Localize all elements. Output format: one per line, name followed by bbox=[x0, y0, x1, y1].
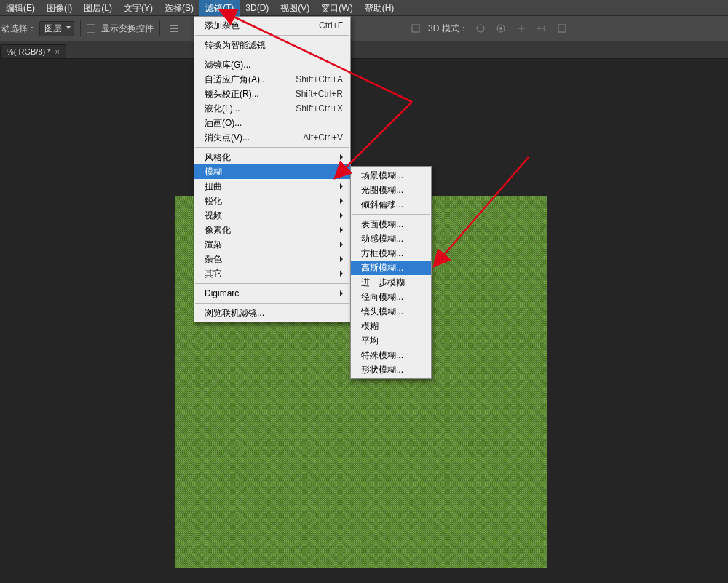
menu-convert-smart[interactable]: 转换为智能滤镜 bbox=[194, 38, 350, 52]
submenu-blur-more[interactable]: 进一步模糊 bbox=[351, 275, 431, 290]
menu-last-filter[interactable]: 添加杂色 Ctrl+F bbox=[194, 18, 350, 33]
menu-sharpen[interactable]: 锐化 bbox=[194, 194, 350, 208]
menu-render[interactable]: 渲染 bbox=[194, 237, 350, 252]
menu-item-label: 方框模糊... bbox=[361, 247, 403, 260]
svg-rect-2 bbox=[170, 31, 178, 32]
menu-layer[interactable]: 图层(L) bbox=[78, 0, 118, 16]
menu-select[interactable]: 选择(S) bbox=[159, 0, 199, 16]
menu-item-label: 径向模糊... bbox=[361, 291, 403, 304]
menu-oil-paint[interactable]: 油画(O)... bbox=[194, 116, 350, 130]
menu-image[interactable]: 图像(I) bbox=[41, 0, 78, 16]
document-tab[interactable]: %( RGB/8) * × bbox=[0, 44, 66, 58]
menu-item-shortcut: Shift+Ctrl+R bbox=[278, 89, 343, 99]
submenu-motion-blur[interactable]: 动感模糊... bbox=[351, 231, 431, 246]
mode3d-label: 3D 模式： bbox=[428, 23, 468, 35]
menu-other[interactable]: 其它 bbox=[194, 266, 350, 281]
toolbar-divider bbox=[159, 20, 160, 36]
menu-item-label: 液化(L)... bbox=[205, 103, 240, 115]
menu-item-label: 视频 bbox=[205, 210, 222, 222]
submenu-blur[interactable]: 模糊 bbox=[351, 319, 431, 333]
menu-liquify[interactable]: 液化(L)... Shift+Ctrl+X bbox=[194, 101, 350, 116]
align-icon[interactable] bbox=[166, 20, 182, 36]
menu-item-label: 光圈模糊... bbox=[361, 184, 403, 197]
document-tabbar: %( RGB/8) * × bbox=[0, 41, 728, 59]
menu-item-label: 像素化 bbox=[205, 224, 231, 237]
menu-item-label: 其它 bbox=[205, 268, 222, 280]
submenu-lens-blur[interactable]: 镜头模糊... bbox=[351, 304, 431, 319]
scale-icon[interactable] bbox=[554, 20, 570, 36]
menu-item-shortcut: Shift+Ctrl+A bbox=[278, 74, 343, 84]
menu-item-label: 油画(O)... bbox=[205, 117, 242, 130]
submenu-smart-blur[interactable]: 特殊模糊... bbox=[351, 348, 431, 362]
submenu-box-blur[interactable]: 方框模糊... bbox=[351, 246, 431, 261]
pan-icon[interactable] bbox=[513, 20, 529, 36]
menu-item-label: 特殊模糊... bbox=[361, 349, 403, 362]
menu-blur[interactable]: 模糊 bbox=[194, 164, 350, 179]
menu-view[interactable]: 视图(V) bbox=[274, 0, 315, 16]
blur-submenu: 场景模糊... 光圈模糊... 倾斜偏移... 表面模糊... 动感模糊... … bbox=[350, 166, 432, 379]
menu-item-label: 模糊 bbox=[205, 166, 222, 178]
menu-item-label: 形状模糊... bbox=[361, 364, 403, 376]
close-icon[interactable]: × bbox=[55, 47, 60, 56]
menu-item-label: 进一步模糊 bbox=[361, 277, 405, 289]
toolbar-icon[interactable] bbox=[408, 20, 424, 36]
menu-3d[interactable]: 3D(D) bbox=[240, 0, 274, 16]
submenu-surface-blur[interactable]: 表面模糊... bbox=[351, 217, 431, 231]
svg-rect-1 bbox=[170, 28, 178, 29]
menu-filter-gallery[interactable]: 滤镜库(G)... bbox=[194, 57, 350, 72]
menu-video[interactable]: 视频 bbox=[194, 208, 350, 223]
svg-rect-7 bbox=[558, 25, 566, 32]
menu-browse-online[interactable]: 浏览联机滤镜... bbox=[194, 306, 350, 320]
orbit-icon[interactable] bbox=[472, 20, 488, 36]
menu-type[interactable]: 文字(Y) bbox=[118, 0, 159, 16]
menu-edit[interactable]: 编辑(E) bbox=[0, 0, 41, 16]
menu-item-label: 添加杂色 bbox=[205, 20, 240, 32]
menu-item-label: 渲染 bbox=[205, 239, 222, 251]
auto-select-label: 动选择： bbox=[1, 23, 36, 35]
submenu-gaussian-blur[interactable]: 高斯模糊... bbox=[351, 261, 431, 275]
menu-item-label: 场景模糊... bbox=[361, 170, 403, 182]
menu-item-label: 平均 bbox=[361, 335, 379, 347]
submenu-field-blur[interactable]: 场景模糊... bbox=[351, 168, 431, 183]
menu-item-shortcut: Ctrl+F bbox=[301, 20, 343, 31]
submenu-tilt-shift[interactable]: 倾斜偏移... bbox=[351, 197, 431, 212]
submenu-iris-blur[interactable]: 光圈模糊... bbox=[351, 183, 431, 197]
menu-item-label: 锐化 bbox=[205, 195, 222, 207]
menu-item-label: 杂色 bbox=[205, 253, 222, 266]
auto-select-dropdown[interactable]: 图层 bbox=[39, 21, 74, 36]
menu-filter[interactable]: 滤镜(T) bbox=[199, 0, 240, 16]
svg-point-4 bbox=[477, 25, 484, 32]
menu-adaptive-wide[interactable]: 自适应广角(A)... Shift+Ctrl+A bbox=[194, 72, 350, 87]
submenu-average[interactable]: 平均 bbox=[351, 333, 431, 348]
menu-vanishing-point[interactable]: 消失点(V)... Alt+Ctrl+V bbox=[194, 130, 350, 145]
roll-icon[interactable] bbox=[493, 20, 509, 36]
menu-lens-correction[interactable]: 镜头校正(R)... Shift+Ctrl+R bbox=[194, 87, 350, 101]
menu-help[interactable]: 帮助(H) bbox=[359, 0, 400, 16]
document-tab-label: %( RGB/8) * bbox=[7, 47, 51, 56]
menu-item-label: 扭曲 bbox=[205, 181, 222, 193]
options-toolbar: 动选择： 图层 显示变换控件 3D 模式： bbox=[0, 16, 728, 41]
show-transform-label: 显示变换控件 bbox=[101, 23, 154, 35]
menu-digimarc[interactable]: Digimarc bbox=[194, 286, 350, 301]
menu-item-label: 模糊 bbox=[361, 320, 379, 333]
submenu-shape-blur[interactable]: 形状模糊... bbox=[351, 362, 431, 377]
menu-separator bbox=[195, 283, 349, 284]
menu-separator bbox=[195, 303, 349, 304]
menu-distort[interactable]: 扭曲 bbox=[194, 179, 350, 194]
menu-item-label: 动感模糊... bbox=[361, 233, 403, 245]
menubar: 编辑(E) 图像(I) 图层(L) 文字(Y) 选择(S) 滤镜(T) 3D(D… bbox=[0, 0, 728, 16]
menu-item-label: 镜头模糊... bbox=[361, 306, 403, 318]
menu-stylize[interactable]: 风格化 bbox=[194, 150, 350, 164]
menu-separator bbox=[195, 35, 349, 36]
menu-window[interactable]: 窗口(W) bbox=[315, 0, 358, 16]
show-transform-checkbox[interactable] bbox=[87, 24, 95, 33]
menu-pixelate[interactable]: 像素化 bbox=[194, 223, 350, 237]
submenu-radial-blur[interactable]: 径向模糊... bbox=[351, 290, 431, 304]
menu-noise[interactable]: 杂色 bbox=[194, 252, 350, 266]
svg-point-6 bbox=[499, 27, 502, 30]
slide-icon[interactable] bbox=[534, 20, 550, 36]
menu-item-shortcut: Alt+Ctrl+V bbox=[285, 132, 343, 143]
menu-item-label: 消失点(V)... bbox=[205, 132, 250, 144]
svg-rect-0 bbox=[170, 25, 178, 26]
toolbar-divider bbox=[80, 20, 81, 36]
